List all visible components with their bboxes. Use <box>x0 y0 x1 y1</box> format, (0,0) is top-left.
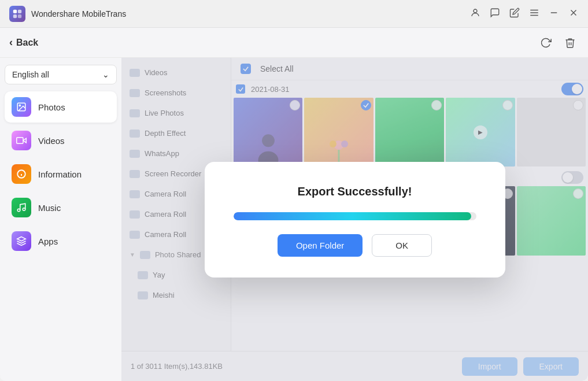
back-button[interactable]: ‹ Back <box>9 36 38 49</box>
open-folder-button[interactable]: Open Folder <box>278 234 363 257</box>
main-content: English all ⌄ Photos Videos Informat <box>0 58 588 381</box>
title-bar-left: Wondershare MobileTrans <box>9 6 126 22</box>
sidebar-item-label: Music <box>38 203 61 213</box>
svg-rect-3 <box>18 14 21 17</box>
sidebar-item-label: Videos <box>38 136 65 146</box>
dialog-title: Export Successfully! <box>298 185 412 198</box>
account-icon[interactable] <box>470 8 480 20</box>
apps-icon <box>12 231 31 251</box>
svg-rect-14 <box>17 138 23 144</box>
menu-icon[interactable] <box>529 8 539 20</box>
photos-icon <box>12 97 31 117</box>
svg-rect-0 <box>13 9 17 13</box>
back-icon: ‹ <box>9 36 13 49</box>
app-title: Wondershare MobileTrans <box>31 9 126 19</box>
svg-rect-1 <box>18 9 21 13</box>
title-bar: Wondershare MobileTrans <box>0 0 588 28</box>
information-icon <box>12 164 31 184</box>
top-bar-actions <box>537 34 579 51</box>
app-icon <box>9 6 25 22</box>
svg-point-18 <box>17 209 20 212</box>
sidebar-item-music[interactable]: Music <box>5 192 117 223</box>
back-label: Back <box>16 38 38 48</box>
sidebar-item-label: Apps <box>38 236 58 246</box>
svg-point-12 <box>19 105 20 106</box>
minimize-icon[interactable] <box>549 8 559 20</box>
chat-icon[interactable] <box>490 8 500 20</box>
refresh-button[interactable] <box>537 34 554 51</box>
sidebar-item-label: Information <box>38 169 82 179</box>
videos-icon <box>12 131 31 150</box>
sidebar-item-information[interactable]: Information <box>5 158 117 190</box>
close-icon[interactable] <box>568 8 579 20</box>
progress-bar-container <box>234 212 476 220</box>
svg-marker-13 <box>23 138 26 143</box>
sidebar-item-apps[interactable]: Apps <box>5 225 117 257</box>
svg-point-19 <box>23 208 25 211</box>
svg-rect-2 <box>13 14 17 17</box>
sidebar-item-videos[interactable]: Videos <box>5 125 117 156</box>
content-area: Videos Screenshots Live Photos Depth Eff… <box>121 58 588 381</box>
ok-button[interactable]: OK <box>372 234 432 257</box>
music-icon <box>12 198 31 217</box>
top-bar: ‹ Back <box>0 28 588 58</box>
sidebar-item-label: Photos <box>38 102 65 112</box>
progress-bar-fill <box>234 212 472 220</box>
chevron-down-icon: ⌄ <box>102 70 109 79</box>
title-bar-right <box>470 8 579 20</box>
dialog-box: Export Successfully! Open Folder OK <box>205 162 505 278</box>
svg-point-4 <box>474 9 477 13</box>
app-window: Wondershare MobileTrans ‹ <box>0 0 588 381</box>
sidebar-item-photos[interactable]: Photos <box>5 91 117 123</box>
dropdown-label: English all <box>12 70 49 79</box>
delete-button[interactable] <box>561 34 579 51</box>
edit-icon[interactable] <box>509 8 520 20</box>
language-dropdown[interactable]: English all ⌄ <box>5 65 117 84</box>
sidebar: English all ⌄ Photos Videos Informat <box>0 58 121 381</box>
dialog-overlay: Export Successfully! Open Folder OK <box>121 58 588 381</box>
dialog-actions: Open Folder OK <box>234 234 476 257</box>
